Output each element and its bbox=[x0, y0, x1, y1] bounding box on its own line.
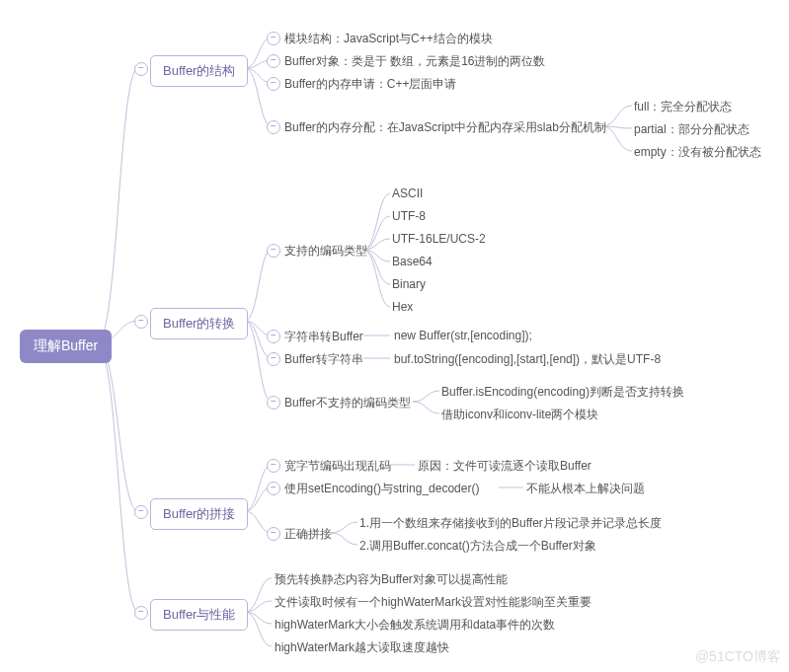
leaf: 文件读取时候有一个highWaterMark设置对性能影响至关重要 bbox=[275, 594, 592, 611]
toggle-icon[interactable]: − bbox=[267, 330, 280, 343]
leaf: new Buffer(str,[encoding]); bbox=[394, 329, 532, 342]
root-node[interactable]: 理解Buffer bbox=[20, 330, 112, 363]
leaf: Binary bbox=[392, 277, 426, 291]
leaf: Buffer转字符串 bbox=[284, 351, 363, 368]
toggle-icon[interactable]: − bbox=[134, 606, 148, 620]
toggle-icon[interactable]: − bbox=[267, 482, 280, 495]
watermark: @51CTO博客 bbox=[695, 648, 781, 666]
node-convert[interactable]: Buffer的转换 bbox=[150, 308, 248, 339]
leaf: 字符串转Buffer bbox=[284, 329, 363, 345]
node-structure[interactable]: Buffer的结构 bbox=[150, 55, 248, 87]
toggle-icon[interactable]: − bbox=[267, 459, 280, 473]
leaf: Buffer.isEncoding(encoding)判断是否支持转换 bbox=[441, 384, 684, 401]
leaf: 模块结构：JavaScript与C++结合的模块 bbox=[284, 31, 493, 47]
toggle-icon[interactable]: − bbox=[134, 62, 148, 76]
leaf: 2.调用Buffer.concat()方法合成一个Buffer对象 bbox=[359, 538, 596, 555]
leaf: 原因：文件可读流逐个读取Buffer bbox=[418, 458, 592, 475]
leaf: 支持的编码类型 bbox=[284, 243, 367, 260]
leaf: 预先转换静态内容为Buffer对象可以提高性能 bbox=[275, 571, 508, 588]
leaf: UTF-16LE/UCS-2 bbox=[392, 232, 486, 246]
toggle-icon[interactable]: − bbox=[267, 527, 280, 541]
leaf: empty：没有被分配状态 bbox=[634, 144, 761, 161]
toggle-icon[interactable]: − bbox=[267, 120, 280, 134]
leaf: 1.用一个数组来存储接收到的Buffer片段记录并记录总长度 bbox=[359, 515, 662, 532]
toggle-icon[interactable]: − bbox=[267, 32, 280, 45]
leaf: Hex bbox=[392, 300, 413, 314]
toggle-icon[interactable]: − bbox=[267, 396, 280, 410]
leaf: Buffer的内存分配：在JavaScript中分配内存采用slab分配机制 bbox=[284, 119, 606, 136]
leaf: 宽字节编码出现乱码 bbox=[284, 458, 391, 475]
toggle-icon[interactable]: − bbox=[134, 505, 148, 519]
leaf: full：完全分配状态 bbox=[634, 99, 732, 115]
leaf: Buffer不支持的编码类型 bbox=[284, 395, 411, 411]
leaf: Buffer对象：类是于 数组，元素是16进制的两位数 bbox=[284, 53, 545, 70]
leaf: 不能从根本上解决问题 bbox=[526, 481, 645, 497]
leaf: Base64 bbox=[392, 255, 433, 268]
leaf: 正确拼接 bbox=[284, 526, 332, 543]
leaf: UTF-8 bbox=[392, 209, 426, 223]
toggle-icon[interactable]: − bbox=[267, 352, 280, 366]
leaf: highWaterMark越大读取速度越快 bbox=[275, 639, 449, 656]
leaf: 使用setEncoding()与string_decoder() bbox=[284, 481, 479, 497]
root-label: 理解Buffer bbox=[34, 337, 98, 353]
toggle-icon[interactable]: − bbox=[267, 54, 280, 68]
leaf: highWaterMark大小会触发系统调用和data事件的次数 bbox=[275, 617, 555, 634]
toggle-icon[interactable]: − bbox=[267, 244, 280, 258]
leaf: buf.toString([encoding],[start],[end])，默… bbox=[394, 351, 661, 368]
toggle-icon[interactable]: − bbox=[267, 77, 280, 91]
leaf: partial：部分分配状态 bbox=[634, 121, 750, 138]
leaf: 借助iconv和iconv-lite两个模块 bbox=[441, 407, 598, 423]
node-concat[interactable]: Buffer的拼接 bbox=[150, 498, 248, 530]
leaf: Buffer的内存申请：C++层面申请 bbox=[284, 76, 456, 93]
leaf: ASCII bbox=[392, 187, 423, 200]
toggle-icon[interactable]: − bbox=[134, 315, 148, 329]
node-perf[interactable]: Buffer与性能 bbox=[150, 599, 248, 631]
